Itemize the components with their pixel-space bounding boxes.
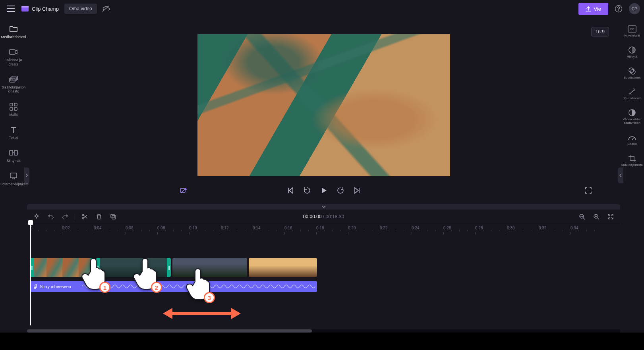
svg-line-2 bbox=[102, 6, 109, 12]
user-avatar[interactable]: CP bbox=[629, 3, 640, 14]
svg-rect-1 bbox=[21, 6, 29, 8]
timeline-collapse-handle[interactable] bbox=[27, 204, 620, 210]
timeline-ruler[interactable]: 00:020:040:060:080:100:120:140:160:180:2… bbox=[27, 224, 620, 234]
right-sidebar: CC Kuvatekstit Häivytä Suodattimet Koros… bbox=[620, 17, 644, 350]
zoom-fit-button[interactable] bbox=[605, 211, 616, 222]
music-note-icon bbox=[33, 284, 37, 289]
fullscreen-button[interactable] bbox=[581, 183, 596, 198]
video-clip-1[interactable]: || || bbox=[30, 258, 95, 277]
bottom-mask bbox=[0, 333, 644, 350]
logo-icon bbox=[21, 4, 29, 13]
forward-button[interactable] bbox=[333, 183, 348, 198]
ruler-tick: 0:24 bbox=[412, 226, 419, 230]
audio-clip-label-wrap: Siirry aiheeseen bbox=[33, 284, 71, 289]
nav-library[interactable]: Sisältökirjaston kirjasto bbox=[2, 72, 25, 97]
rewind-button[interactable] bbox=[300, 183, 314, 198]
ruler-tick: 0:30 bbox=[507, 226, 514, 230]
prop-captions[interactable]: CC Kuvatekstit bbox=[621, 21, 643, 41]
split-button[interactable] bbox=[79, 211, 90, 222]
duplicate-button[interactable] bbox=[108, 211, 119, 222]
copy-icon bbox=[110, 213, 116, 220]
ruler-tick: 0:16 bbox=[284, 226, 292, 230]
trash-icon bbox=[96, 213, 102, 220]
zoom-out-icon bbox=[579, 213, 585, 220]
ruler-tick: 0:14 bbox=[253, 226, 260, 230]
zoom-out-button[interactable] bbox=[576, 211, 588, 222]
hamburger-icon bbox=[7, 6, 15, 12]
clip-handle-left[interactable]: || bbox=[96, 258, 100, 277]
help-button[interactable] bbox=[612, 2, 625, 15]
prop-filters[interactable]: Suodattimet bbox=[621, 63, 643, 83]
library-icon bbox=[9, 75, 18, 84]
video-clip-2[interactable]: || || bbox=[96, 258, 171, 277]
export-button[interactable]: Vie bbox=[578, 3, 608, 15]
auto-tool-button[interactable] bbox=[31, 211, 42, 222]
next-clip-button[interactable] bbox=[350, 183, 364, 198]
clip-handle-right[interactable]: || bbox=[91, 258, 95, 277]
upload-icon bbox=[586, 6, 591, 12]
audio-clip[interactable]: Siirry aiheeseen bbox=[30, 281, 317, 292]
prop-colors[interactable]: Värien värien säätäminen bbox=[621, 105, 643, 128]
play-icon bbox=[320, 187, 327, 194]
transition-icon bbox=[9, 148, 18, 157]
svg-rect-11 bbox=[14, 108, 17, 110]
scissors-icon bbox=[81, 213, 88, 220]
prop-crop[interactable]: Muu ohjelmisto bbox=[621, 151, 643, 170]
prev-clip-button[interactable] bbox=[283, 183, 298, 198]
nav-media[interactable]: Mediatiedostosi bbox=[2, 21, 25, 42]
undo-button[interactable] bbox=[45, 211, 56, 222]
svg-rect-8 bbox=[10, 103, 13, 106]
ruler-tick: 0:08 bbox=[157, 226, 165, 230]
svg-rect-12 bbox=[10, 150, 13, 155]
timeline-scrollbar[interactable] bbox=[27, 329, 620, 333]
fade-icon bbox=[628, 46, 636, 54]
aspect-ratio-selector[interactable]: 16:9 bbox=[591, 27, 609, 37]
speed-icon bbox=[628, 133, 636, 142]
export-label: Vie bbox=[594, 6, 601, 12]
nav-transitions[interactable]: Siirtymät bbox=[2, 145, 25, 166]
audio-clip-label: Siirry aiheeseen bbox=[40, 284, 71, 289]
svg-text:CC: CC bbox=[630, 27, 634, 31]
prop-effects[interactable]: Korostukset bbox=[621, 84, 643, 104]
clip-handle-left[interactable]: || bbox=[30, 258, 34, 277]
timeline-tracks[interactable]: || || || || Siirry aiheeseen bbox=[27, 234, 620, 326]
ruler-tick: 0:18 bbox=[316, 226, 324, 230]
zoom-in-button[interactable] bbox=[591, 211, 602, 222]
nav-brand[interactable]: Tuotemerkkipaketti bbox=[2, 169, 25, 189]
brand-icon bbox=[10, 172, 17, 181]
redo-button[interactable] bbox=[60, 211, 71, 222]
scrollbar-thumb[interactable] bbox=[27, 329, 312, 333]
svg-point-23 bbox=[82, 214, 84, 216]
skip-next-icon bbox=[354, 187, 361, 194]
cloud-off-icon bbox=[102, 5, 110, 12]
ruler-tick: 0:10 bbox=[189, 226, 197, 230]
menu-button[interactable] bbox=[4, 2, 18, 16]
video-preview[interactable] bbox=[197, 34, 450, 176]
nav-text[interactable]: Teksti bbox=[2, 122, 25, 143]
auto-effects-button[interactable] bbox=[176, 183, 191, 198]
nav-templates[interactable]: Mallit bbox=[2, 99, 25, 120]
text-icon bbox=[10, 125, 17, 134]
ruler-tick: 0:04 bbox=[94, 226, 101, 230]
crop-icon bbox=[628, 154, 636, 163]
video-clip-3[interactable] bbox=[172, 258, 247, 277]
svg-rect-6 bbox=[11, 77, 16, 81]
sparkle-off-icon bbox=[180, 187, 188, 194]
play-button[interactable] bbox=[317, 183, 331, 198]
clip-handle-right[interactable]: || bbox=[167, 258, 171, 277]
project-title[interactable]: Oma video bbox=[64, 4, 97, 14]
timeline-toolbar: 00:00.00 / 00:18.30 bbox=[27, 210, 620, 224]
contrast-icon bbox=[628, 108, 636, 117]
nav-record[interactable]: Tallenna ja create bbox=[2, 44, 25, 69]
video-clip-4[interactable] bbox=[249, 258, 317, 277]
prop-speed[interactable]: Speed bbox=[621, 130, 643, 149]
ruler-tick: 0:06 bbox=[126, 226, 133, 230]
svg-rect-21 bbox=[180, 188, 185, 192]
svg-rect-4 bbox=[10, 50, 15, 54]
svg-rect-13 bbox=[14, 150, 17, 155]
waveform-icon bbox=[82, 283, 315, 290]
top-bar: Clip Champ Oma video Vie CP bbox=[0, 0, 644, 17]
prop-fade[interactable]: Häivytä bbox=[621, 42, 643, 62]
delete-button[interactable] bbox=[93, 211, 104, 222]
svg-point-24 bbox=[82, 217, 84, 219]
